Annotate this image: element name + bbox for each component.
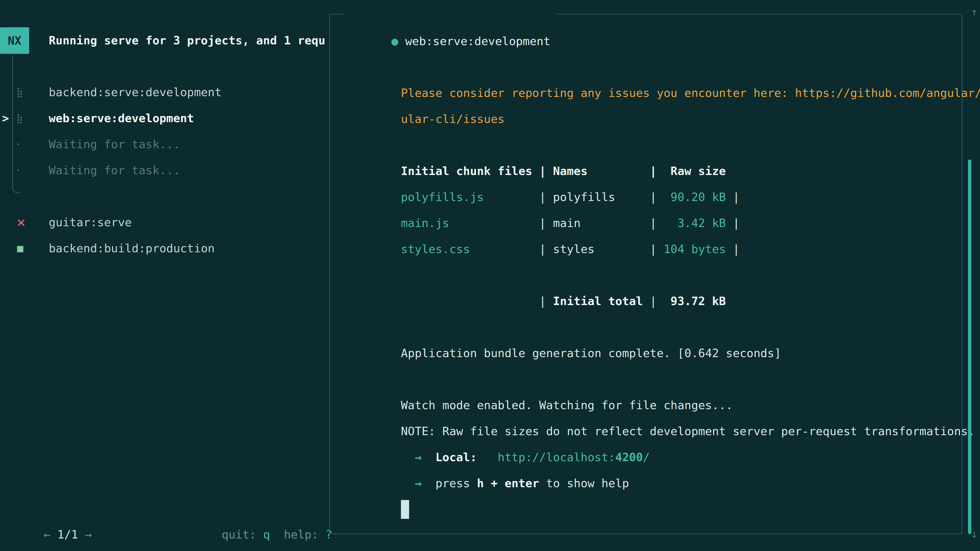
- quit-hint-label: quit:: [221, 528, 263, 541]
- pager-page-label: 1/1: [50, 528, 85, 541]
- lead: [401, 476, 415, 490]
- task-label: backend:build:production: [49, 235, 215, 262]
- help-key-combo: h + enter: [477, 476, 539, 490]
- failed-x-icon: ×: [16, 210, 26, 235]
- pipe: |: [539, 294, 553, 308]
- nx-logo: NX: [0, 27, 29, 54]
- chunk-table-header: Initial chunk files | Names | Raw size: [345, 132, 951, 158]
- chunk-size: 3.42 kB: [663, 216, 726, 230]
- nx-logo-text: NX: [8, 34, 21, 47]
- scroll-down-icon[interactable]: ↓: [971, 521, 977, 547]
- localhost-port: 4200: [615, 451, 643, 464]
- page-title: Running serve for 3 projects, and 1 requ: [49, 27, 328, 54]
- spinner-icon: ⣷: [16, 105, 23, 131]
- pipe: |: [532, 216, 553, 230]
- watch-mode-text: Watch mode enabled. Watching for file ch…: [401, 399, 733, 412]
- gap: [477, 451, 498, 464]
- keyboard-hints: quit: q help: ?: [194, 495, 332, 522]
- pager-prev-icon[interactable]: ←: [43, 528, 50, 541]
- task-web-serve-development[interactable]: > ⣷ web:serve:development: [0, 105, 329, 131]
- localhost-url-prefix: http://localhost:: [498, 451, 615, 464]
- pipe: |: [726, 242, 740, 256]
- chunk-table-header-text: Initial chunk files | Names | Raw size: [401, 164, 726, 178]
- gap: [422, 451, 435, 464]
- chunk-file: main.js: [401, 216, 532, 230]
- lead: [401, 451, 415, 464]
- panel-title: ● web:serve:development: [343, 2, 557, 28]
- initial-total-row: | Initial total | 93.72 kB: [345, 262, 951, 288]
- localhost-url-suffix: /: [643, 451, 650, 464]
- task-label: guitar:serve: [49, 210, 132, 235]
- chunk-name: main: [553, 216, 650, 230]
- panel-title-text: web:serve:development: [405, 35, 550, 48]
- running-bullet-icon: ●: [391, 35, 398, 48]
- task-label: backend:serve:development: [49, 79, 221, 105]
- nx-terminal-ui: NX Running serve for 3 projects, and 1 r…: [0, 0, 980, 551]
- task-backend-build-production[interactable]: ■ backend:build:production: [0, 235, 329, 262]
- waiting-dot-icon: ·: [16, 157, 20, 183]
- total-value: 93.72 kB: [663, 294, 726, 308]
- task-label: Waiting for task...: [49, 131, 180, 157]
- running-task-list: ⣷ backend:serve:development > ⣷ web:serv…: [0, 79, 329, 183]
- task-backend-serve-development[interactable]: ⣷ backend:serve:development: [0, 79, 329, 105]
- finished-task-list: × guitar:serve ■ backend:build:productio…: [0, 210, 329, 262]
- help-suffix: to show help: [539, 476, 629, 490]
- task-guitar-serve[interactable]: × guitar:serve: [0, 210, 329, 235]
- scroll-up-icon[interactable]: ↑: [971, 0, 977, 25]
- terminal-cursor: [401, 500, 409, 519]
- bundle-complete-line: Application bundle generation complete. …: [345, 314, 951, 340]
- title-gap: [398, 35, 405, 48]
- selection-caret-icon: >: [2, 105, 9, 131]
- spinner-icon: ⣷: [16, 79, 23, 105]
- quit-key: q: [263, 528, 270, 541]
- chunk-name: styles: [553, 242, 650, 256]
- help-hint-label: help:: [270, 528, 325, 541]
- arrow-icon: →: [415, 451, 422, 464]
- gap: [422, 476, 435, 490]
- pipe: |: [532, 190, 553, 204]
- total-label: Initial total: [553, 294, 650, 308]
- chunk-size: 90.20 kB: [663, 190, 726, 204]
- bundle-complete-text: Application bundle generation complete. …: [401, 346, 781, 360]
- note-text: NOTE: Raw file sizes do not reflect deve…: [401, 424, 975, 438]
- waiting-dot-icon: ·: [16, 131, 20, 157]
- pipe: |: [532, 242, 553, 256]
- pipe: |: [650, 216, 663, 230]
- task-waiting-2[interactable]: · Waiting for task...: [0, 157, 329, 183]
- task-label: web:serve:development: [49, 105, 194, 131]
- pipe: |: [726, 190, 740, 204]
- arrow-icon: →: [415, 476, 422, 490]
- pager-next-icon[interactable]: →: [85, 528, 92, 541]
- pipe: |: [650, 294, 663, 308]
- pipe: |: [650, 242, 663, 256]
- task-label: Waiting for task...: [49, 157, 180, 183]
- pagination: ← 1/1 →: [16, 495, 92, 522]
- success-square-icon: ■: [16, 235, 24, 262]
- pipe: |: [726, 216, 740, 230]
- chunk-file: polyfills.js: [401, 190, 532, 204]
- task-output-panel: ● web:serve:development Please consider …: [329, 14, 963, 534]
- localhost-link[interactable]: http://localhost:4200/: [498, 451, 650, 464]
- total-lead: [401, 294, 539, 308]
- github-issues-link[interactable]: https://github.com/angular/ang: [795, 86, 980, 100]
- terminal-output: Please consider reporting any issues you…: [345, 54, 951, 496]
- warning-line-1: Please consider reporting any issues you…: [345, 54, 951, 80]
- scrollbar-thumb[interactable]: [968, 159, 971, 534]
- chunk-size: 104 bytes: [663, 242, 726, 256]
- local-label: Local:: [435, 451, 477, 464]
- github-issues-link-wrap[interactable]: ular-cli/issues: [401, 112, 504, 126]
- warning-text: Please consider reporting any issues you…: [401, 86, 795, 100]
- watch-mode-line: Watch mode enabled. Watching for file ch…: [345, 366, 951, 392]
- chunk-file: styles.css: [401, 242, 532, 256]
- pipe: |: [650, 190, 663, 204]
- help-prefix: press: [435, 476, 477, 490]
- task-waiting-1[interactable]: · Waiting for task...: [0, 131, 329, 157]
- chunk-name: polyfills: [553, 190, 650, 204]
